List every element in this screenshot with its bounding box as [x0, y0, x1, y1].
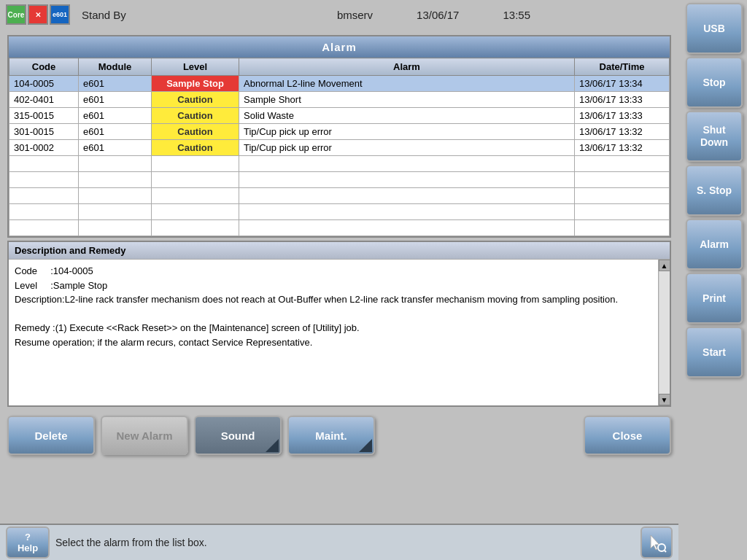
cell-code: 104-0005 — [9, 76, 79, 92]
cell-level — [152, 204, 239, 220]
sidebar: USB Stop ShutDown S. Stop Alarm Print St… — [681, 0, 747, 560]
e601-icon: e601 — [50, 4, 70, 25]
cell-datetime: 13/06/17 13:33 — [575, 108, 670, 124]
cell-code — [9, 172, 79, 188]
cell-code — [9, 220, 79, 236]
desc-text: L2-line rack transfer mechanism does not… — [65, 294, 618, 305]
top-center: bmserv 13/06/17 13:55 — [126, 9, 741, 21]
sound-button[interactable]: Sound — [194, 416, 282, 455]
alarm-row[interactable] — [9, 220, 670, 236]
new-alarm-button[interactable]: New Alarm — [101, 416, 188, 455]
cursor-icon — [640, 526, 673, 559]
alarm-row[interactable]: 301-0015e601CautionTip/Cup pick up error… — [9, 124, 670, 140]
x-icon: ✕ — [28, 4, 48, 25]
cell-alarm: Abnormal L2-line Movement — [239, 76, 575, 92]
col-alarm: Alarm — [239, 58, 575, 76]
cell-datetime: 13/06/17 13:32 — [575, 124, 670, 140]
cell-alarm: Tip/Cup pick up error — [239, 124, 575, 140]
alarm-row[interactable] — [9, 204, 670, 220]
stop-button[interactable]: Stop — [686, 57, 743, 108]
cell-code: 301-0015 — [9, 124, 79, 140]
status-text: Select the alarm from the list box. — [55, 537, 635, 548]
cell-code — [9, 204, 79, 220]
alarm-row[interactable]: 104-0005e601Sample StopAbnormal L2-line … — [9, 76, 670, 92]
start-button[interactable]: Start — [686, 327, 743, 378]
date-label: 13/06/17 — [417, 9, 459, 21]
code-label: Code — [15, 265, 37, 276]
help-button[interactable]: ? Help — [6, 526, 50, 559]
server-label: bmserv — [337, 9, 373, 21]
alarm-row[interactable] — [9, 156, 670, 172]
cell-level — [152, 172, 239, 188]
cell-alarm: Sample Short — [239, 92, 575, 108]
cell-datetime: 13/06/17 13:34 — [575, 76, 670, 92]
cell-level: Caution — [152, 124, 239, 140]
col-datetime: Date/Time — [575, 58, 670, 76]
alarm-title: Alarm — [9, 36, 670, 58]
cell-module: e601 — [79, 140, 152, 156]
cell-level: Caution — [152, 140, 239, 156]
cell-code: 301-0002 — [9, 140, 79, 156]
shutdown-button[interactable]: ShutDown — [686, 111, 743, 162]
col-code: Code — [9, 58, 79, 76]
cell-datetime — [575, 172, 670, 188]
delete-button[interactable]: Delete — [7, 416, 95, 455]
scroll-track — [659, 271, 670, 394]
standby-label: Stand By — [82, 9, 126, 21]
cell-module: e601 — [79, 108, 152, 124]
cell-alarm — [239, 188, 575, 204]
cell-module: e601 — [79, 124, 152, 140]
level-value: :Sample Stop — [50, 280, 107, 291]
alarm-row[interactable]: 301-0002e601CautionTip/Cup pick up error… — [9, 140, 670, 156]
level-label: Level — [15, 280, 37, 291]
close-button[interactable]: Close — [584, 416, 671, 455]
alarm-tbody: 104-0005e601Sample StopAbnormal L2-line … — [9, 76, 670, 236]
alarm-row[interactable]: 315-0015e601CautionSolid Waste13/06/17 1… — [9, 108, 670, 124]
print-button[interactable]: Print — [686, 273, 743, 324]
sound-corner — [266, 439, 279, 452]
alarm-row[interactable]: 402-0401e601CautionSample Short13/06/17 … — [9, 92, 670, 108]
cell-datetime — [575, 156, 670, 172]
alarm-row[interactable] — [9, 172, 670, 188]
core-icon: Core — [6, 4, 26, 25]
time-label: 13:55 — [503, 9, 530, 21]
cell-level — [152, 156, 239, 172]
usb-button[interactable]: USB — [686, 3, 743, 54]
desc-description: Description:L2-line rack transfer mechan… — [15, 292, 652, 307]
col-module: Module — [79, 58, 152, 76]
desc-code-line: Code :104-0005 — [15, 264, 652, 279]
cell-level: Caution — [152, 92, 239, 108]
bottom-buttons: Delete New Alarm Sound Maint. Close — [7, 413, 671, 458]
cell-code: 402-0401 — [9, 92, 79, 108]
desc-label: Description: — [15, 294, 65, 305]
alarm-table: Code Module Level Alarm Date/Time 104-00… — [9, 58, 670, 236]
scroll-down-btn[interactable]: ▼ — [659, 394, 670, 405]
svg-line-2 — [665, 551, 666, 552]
cell-module — [79, 188, 152, 204]
remedy-label: Remedy — [15, 322, 50, 333]
cell-module: e601 — [79, 92, 152, 108]
cell-alarm — [239, 220, 575, 236]
alarm-row[interactable] — [9, 188, 670, 204]
maint-button[interactable]: Maint. — [287, 416, 375, 455]
status-icons: Core ✕ e601 — [6, 4, 70, 25]
cell-datetime: 13/06/17 13:33 — [575, 92, 670, 108]
cell-alarm: Tip/Cup pick up error — [239, 140, 575, 156]
remedy-text: :(1) Execute <<Rack Reset>> on the [Main… — [15, 322, 360, 348]
desc-level-line: Level :Sample Stop — [15, 279, 652, 293]
svg-point-1 — [658, 544, 665, 551]
cell-module — [79, 172, 152, 188]
scroll-up-btn[interactable]: ▲ — [659, 260, 670, 271]
cell-datetime — [575, 220, 670, 236]
cursor-svg — [646, 532, 667, 553]
help-question: ? — [25, 532, 31, 542]
cell-alarm — [239, 156, 575, 172]
alarm-button[interactable]: Alarm — [686, 219, 743, 270]
cell-datetime: 13/06/17 13:32 — [575, 140, 670, 156]
cell-alarm — [239, 204, 575, 220]
cell-level — [152, 188, 239, 204]
cell-alarm: Solid Waste — [239, 108, 575, 124]
cell-module — [79, 156, 152, 172]
sstop-button[interactable]: S. Stop — [686, 165, 743, 216]
cell-level — [152, 220, 239, 236]
